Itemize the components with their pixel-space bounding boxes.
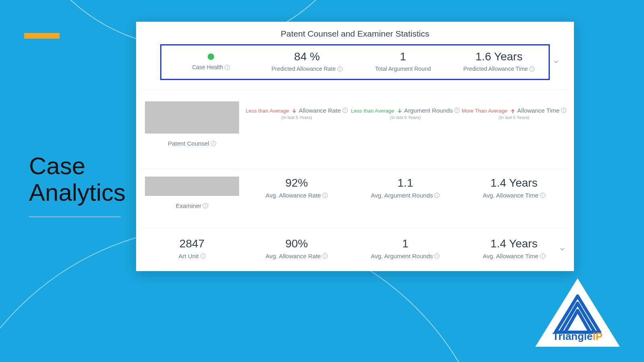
counsel-time-label: Allowance Time — [517, 107, 559, 114]
patent-counsel-row: Patent Counsel i Less than Average Allow… — [136, 90, 574, 159]
examiner-name-placeholder — [145, 177, 239, 196]
arrow-down-icon — [291, 108, 297, 114]
artunit-time-label: Avg. Allowance Time — [483, 253, 538, 259]
case-health-stat: Case Health i — [163, 50, 259, 72]
argument-round-label: Total Argument Round — [375, 66, 431, 72]
info-icon[interactable]: i — [200, 253, 206, 259]
info-icon[interactable]: i — [343, 108, 348, 113]
predicted-allowance-rate-stat: 84 % Predicted Allowance Rate i — [259, 50, 355, 72]
examiner-rate-label: Avg. Allowance Rate — [266, 192, 321, 199]
examiner-time-value: 1.4 Years — [460, 177, 568, 189]
chevron-down-icon — [553, 59, 559, 64]
examiner-time-label: Avg. Allowance Time — [483, 192, 538, 199]
artunit-rounds-label: Avg. Argument Rounds — [371, 253, 433, 259]
info-icon[interactable]: i — [322, 193, 328, 198]
info-icon[interactable]: i — [203, 203, 208, 208]
info-icon[interactable]: i — [322, 253, 328, 259]
counsel-allowance-label: Allowance Rate — [299, 107, 341, 114]
slide-title-line1: Case — [29, 153, 126, 179]
artunit-rate-value: 90% — [242, 237, 351, 250]
slide-title: Case Analytics — [29, 153, 126, 206]
counsel-rounds-delta: Less than Average — [351, 108, 402, 114]
info-icon[interactable]: i — [337, 66, 343, 72]
expand-summary-button[interactable] — [553, 59, 559, 66]
slide-title-line2: Analytics — [29, 179, 126, 206]
predicted-time-value: 1.6 Years — [451, 50, 547, 63]
expand-artunit-button[interactable] — [559, 246, 565, 253]
examiner-row: Examiner i 92% Avg. Allowance Rate i 1.1… — [136, 169, 574, 218]
info-icon[interactable]: i — [434, 253, 440, 259]
counsel-name-placeholder — [145, 101, 239, 134]
counsel-time-sub: (In last 5 Years) — [460, 115, 568, 120]
predicted-time-label: Predicted Allowance Time — [463, 66, 528, 72]
info-icon[interactable]: i — [434, 193, 440, 198]
case-health-dot-icon — [208, 53, 214, 60]
examiner-rounds-value: 1.1 — [351, 177, 460, 189]
counsel-label: Patent Counsel — [168, 140, 209, 147]
chevron-down-icon — [559, 246, 565, 252]
art-unit-row: 2847 Art Unit i 90% Avg. Allowance Rate … — [136, 228, 574, 271]
artunit-time-value: 1.4 Years — [460, 237, 568, 250]
argument-round-value: 1 — [355, 50, 451, 63]
artunit-label: Art Unit — [178, 253, 198, 259]
examiner-label: Examiner — [176, 202, 201, 209]
accent-bar — [24, 33, 60, 39]
examiner-rounds-label: Avg. Argument Rounds — [371, 192, 433, 199]
counsel-allowance-delta: Less than Average — [246, 108, 297, 114]
arrow-up-icon — [510, 108, 516, 114]
info-icon[interactable]: i — [225, 65, 230, 70]
predicted-rate-label: Predicted Allowance Rate — [271, 66, 336, 72]
artunit-rate-label: Avg. Allowance Rate — [266, 253, 321, 259]
info-icon[interactable]: i — [211, 141, 216, 146]
arrow-down-icon — [397, 108, 402, 114]
info-icon[interactable]: i — [540, 253, 545, 259]
brand-name: TriangleIP — [535, 330, 620, 343]
analytics-panel: Patent Counsel and Examiner Statistics C… — [136, 22, 574, 271]
examiner-rate-value: 92% — [242, 177, 351, 189]
predicted-allowance-time-stat: 1.6 Years Predicted Allowance Time i — [451, 50, 547, 72]
counsel-rounds-label: Argument Rounds — [404, 107, 453, 114]
counsel-rounds-sub: (In last 5 Years) — [351, 115, 460, 120]
info-icon[interactable]: i — [454, 108, 460, 113]
title-underline — [29, 216, 121, 217]
artunit-rounds-value: 1 — [351, 237, 460, 250]
case-health-label: Case Health — [192, 64, 223, 70]
info-icon[interactable]: i — [540, 193, 545, 198]
brand-logo: TriangleIP — [535, 278, 620, 347]
artunit-value: 2847 — [142, 237, 242, 250]
info-icon[interactable]: i — [561, 108, 566, 113]
predicted-rate-value: 84 % — [259, 50, 355, 63]
argument-round-stat: 1 Total Argument Round — [355, 50, 451, 72]
info-icon[interactable]: i — [529, 66, 535, 72]
counsel-allowance-sub: (In last 5 Years) — [242, 115, 351, 120]
panel-title: Patent Counsel and Examiner Statistics — [136, 22, 574, 44]
counsel-time-delta: More Than Average — [462, 108, 516, 114]
summary-row: Case Health i 84 % Predicted Allowance R… — [160, 44, 550, 80]
